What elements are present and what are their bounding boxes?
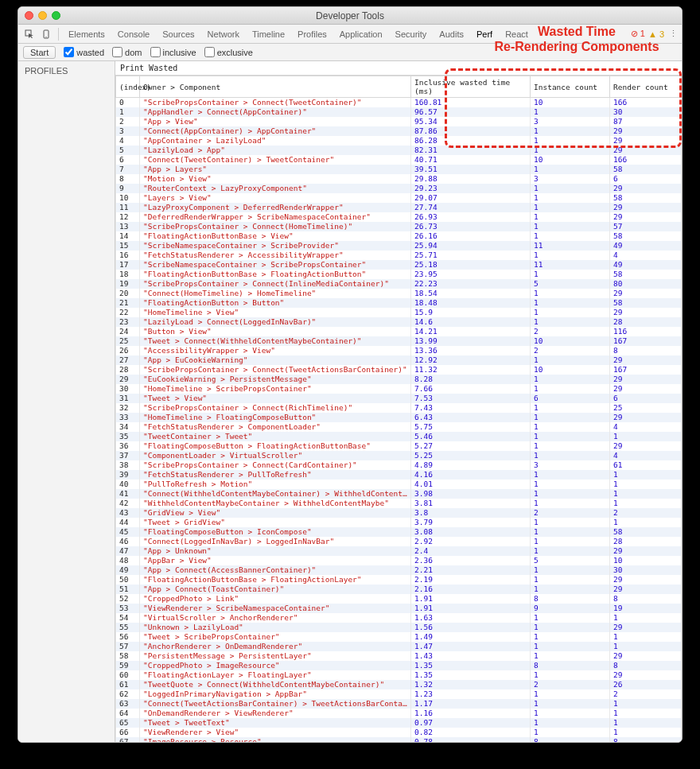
table-row[interactable]: 29"EuCookieWarning > PersistentMessage"8… (116, 375, 682, 384)
table-row[interactable]: 55"Unknown > LazilyLoad"1.56129 (116, 623, 682, 632)
table-header-row: (index)Owner > ComponentInclusive wasted… (116, 76, 682, 98)
table-row[interactable]: 0"ScribePropsContainer > Connect(TweetCo… (116, 98, 682, 108)
table-row[interactable]: 19"ScribePropsContainer > Connect(Inline… (116, 279, 682, 289)
table-row[interactable]: 37"ComponentLoader > VirtualScroller"5.2… (116, 451, 682, 460)
col-header[interactable]: Instance count (531, 76, 610, 98)
checkbox-exclusive[interactable] (204, 47, 215, 57)
table-row[interactable]: 60"FloatingActionLayer > FloatingLayer"1… (116, 670, 682, 680)
table-row[interactable]: 22"HomeTimeline > View"15.9129 (116, 308, 682, 317)
table-row[interactable]: 57"AnchorRenderer > OnDemandRenderer"1.4… (116, 642, 682, 651)
table-row[interactable]: 9"RouterContext > LazyProxyComponent"29.… (116, 184, 682, 193)
table-row[interactable]: 51"App > Connect(ToastContainer)"2.16129 (116, 585, 682, 594)
table-row[interactable]: 10"Layers > View"29.07158 (116, 193, 682, 203)
table-row[interactable]: 27"App > EuCookieWarning"12.92129 (116, 355, 682, 365)
table-row[interactable]: 8"Motion > View"29.8836 (116, 174, 682, 184)
table-row[interactable]: 15"ScribeNamespaceContainer > ScribeProv… (116, 241, 682, 251)
table-row[interactable]: 61"TweetQuote > Connect(WithheldContentM… (116, 680, 682, 689)
table-row[interactable]: 44"Tweet > GridView"3.7911 (116, 518, 682, 527)
table-row[interactable]: 30"HomeTimeline > ScribePropsContainer"7… (116, 384, 682, 394)
table-row[interactable]: 49"App > Connect(AccessBannerContainer)"… (116, 565, 682, 575)
table-row[interactable]: 48"AppBar > View"2.36510 (116, 556, 682, 565)
wasted-table-scroll[interactable]: (index)Owner > ComponentInclusive wasted… (115, 75, 682, 742)
tab-perf[interactable]: Perf (470, 25, 499, 43)
checkbox-inclusive[interactable] (150, 47, 161, 57)
table-row[interactable]: 16"FetchStatusRenderer > AccessibilityWr… (116, 251, 682, 260)
check-dom[interactable]: dom (112, 47, 142, 57)
table-row[interactable]: 2"App > View"95.34387 (116, 117, 682, 126)
tab-audits[interactable]: Audits (433, 25, 470, 43)
table-row[interactable]: 33"HomeTimeline > FloatingComposeButton"… (116, 413, 682, 422)
table-row[interactable]: 62"LoggedInPrimaryNavigation > AppBar"1.… (116, 689, 682, 699)
table-row[interactable]: 25"Tweet > Connect(WithheldContentMaybeC… (116, 336, 682, 346)
table-row[interactable]: 39"FetchStatusRenderer > PullToRefresh"4… (116, 470, 682, 480)
table-row[interactable]: 65"Tweet > TweetText"0.9711 (116, 718, 682, 728)
table-row[interactable]: 43"GridView > View"3.822 (116, 508, 682, 518)
table-row[interactable]: 20"Connect(HomeTimeline) > HomeTimeline"… (116, 289, 682, 298)
table-row[interactable]: 32"ScribePropsContainer > Connect(RichTi… (116, 403, 682, 413)
check-wasted[interactable]: wasted (64, 47, 104, 57)
inspect-icon[interactable] (21, 27, 37, 41)
tab-application[interactable]: Application (333, 25, 389, 43)
tab-sources[interactable]: Sources (156, 25, 200, 43)
table-row[interactable]: 5"LazilyLoad > App"82.31129 (116, 146, 682, 155)
table-row[interactable]: 63"Connect(TweetActionsBarContainer) > T… (116, 699, 682, 709)
table-row[interactable]: 28"ScribePropsContainer > Connect(TweetA… (116, 365, 682, 375)
table-row[interactable]: 21"FloatingActionButton > Button"18.4815… (116, 298, 682, 308)
table-row[interactable]: 18"FloatingActionButtonBase > FloatingAc… (116, 270, 682, 279)
table-row[interactable]: 24"Button > View"14.212116 (116, 327, 682, 336)
table-row[interactable]: 26"AccessibilityWrapper > View"13.3628 (116, 346, 682, 355)
table-row[interactable]: 11"LazyProxyComponent > DeferredRenderWr… (116, 203, 682, 212)
tab-profiles[interactable]: Profiles (291, 25, 333, 43)
error-badge[interactable]: ⊘ 1 (631, 29, 645, 39)
device-icon[interactable] (39, 27, 55, 41)
table-row[interactable]: 41"Connect(WithheldContentMaybeContainer… (116, 489, 682, 499)
table-row[interactable]: 3"Connect(AppContainer) > AppContainer"8… (116, 126, 682, 136)
warn-badge[interactable]: ▲ 3 (648, 29, 664, 39)
table-row[interactable]: 36"FloatingComposeButton > FloatingActio… (116, 441, 682, 451)
table-row[interactable]: 50"FloatingActionButtonBase > FloatingAc… (116, 575, 682, 585)
table-row[interactable]: 47"App > Unknown"2.4129 (116, 546, 682, 556)
table-row[interactable]: 23"LazilyLoad > Connect(LoggedInNavBar)"… (116, 317, 682, 327)
table-row[interactable]: 17"ScribeNamespaceContainer > ScribeProp… (116, 260, 682, 270)
table-row[interactable]: 46"Connect(LoggedInNavBar) > LoggedInNav… (116, 537, 682, 546)
check-inclusive[interactable]: inclusive (150, 47, 196, 57)
table-row[interactable]: 31"Tweet > View"7.5366 (116, 394, 682, 403)
table-row[interactable]: 12"DeferredRenderWrapper > ScribeNamespa… (116, 212, 682, 222)
table-row[interactable]: 67"ImageResource > Resource"0.7888 (116, 737, 682, 742)
col-header[interactable]: Inclusive wasted time (ms) (411, 76, 531, 98)
tab-react[interactable]: React (499, 25, 535, 43)
col-header[interactable]: Owner > Component (140, 76, 411, 98)
table-row[interactable]: 66"ViewRenderer > View"0.8211 (116, 728, 682, 737)
table-row[interactable]: 14"FloatingActionButtonBase > View"26.16… (116, 231, 682, 241)
table-row[interactable]: 64"OnDemandRenderer > ViewRenderer"1.161… (116, 709, 682, 718)
col-header[interactable]: Render count (610, 76, 682, 98)
check-exclusive[interactable]: exclusive (204, 47, 253, 57)
table-row[interactable]: 59"CroppedPhoto > ImageResource"1.3588 (116, 661, 682, 670)
table-row[interactable]: 52"CroppedPhoto > Link"1.9188 (116, 594, 682, 604)
table-row[interactable]: 53"ViewRenderer > ScribeNamespaceContain… (116, 604, 682, 613)
table-row[interactable]: 35"TweetContainer > Tweet"5.4611 (116, 432, 682, 441)
table-row[interactable]: 34"FetchStatusRenderer > ComponentLoader… (116, 422, 682, 432)
table-row[interactable]: 56"Tweet > ScribePropsContainer"1.4911 (116, 632, 682, 642)
more-icon[interactable]: ⋮ (667, 29, 679, 39)
table-row[interactable]: 4"AppContainer > LazilyLoad"86.28129 (116, 136, 682, 146)
table-row[interactable]: 58"PersistentMessage > PersistentLayer"1… (116, 651, 682, 661)
table-row[interactable]: 38"ScribePropsContainer > Connect(CardCo… (116, 460, 682, 470)
table-row[interactable]: 13"ScribePropsContainer > Connect(HomeTi… (116, 222, 682, 231)
checkbox-wasted[interactable] (64, 47, 74, 57)
tab-console[interactable]: Console (111, 25, 156, 43)
col-header[interactable]: (index) (116, 76, 140, 98)
tab-elements[interactable]: Elements (62, 25, 111, 43)
tab-network[interactable]: Network (201, 25, 246, 43)
table-row[interactable]: 1"AppHandler > Connect(AppContainer)"96.… (116, 107, 682, 117)
table-row[interactable]: 45"FloatingComposeButton > IconCompose"3… (116, 527, 682, 537)
checkbox-dom[interactable] (112, 47, 122, 57)
table-row[interactable]: 54"VirtualScroller > AnchorRenderer"1.63… (116, 613, 682, 623)
start-button[interactable]: Start (23, 46, 56, 59)
table-row[interactable]: 42"WithheldContentMaybeContainer > Withh… (116, 499, 682, 508)
tab-timeline[interactable]: Timeline (246, 25, 291, 43)
table-row[interactable]: 40"PullToRefresh > Motion"4.0111 (116, 480, 682, 489)
table-row[interactable]: 7"App > Layers"39.51158 (116, 165, 682, 174)
tab-security[interactable]: Security (389, 25, 434, 43)
table-row[interactable]: 6"Connect(TweetContainer) > TweetContain… (116, 155, 682, 165)
